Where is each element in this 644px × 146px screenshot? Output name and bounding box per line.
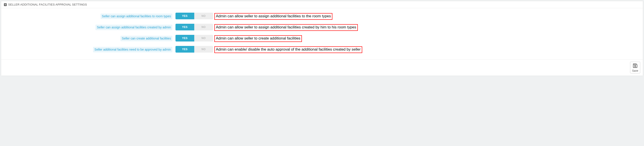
save-icon — [633, 63, 638, 69]
toggle-option-no: NO — [194, 13, 213, 19]
setting-label-col: Seller can assign additional facilities … — [3, 24, 176, 30]
setting-help-text: Admin can allow seller to create additio… — [214, 35, 302, 42]
toggle-option-no: NO — [194, 24, 213, 30]
toggle-option-yes: YES — [176, 13, 194, 19]
panel-body: Seller can assign additional facilities … — [1, 8, 643, 59]
toggle-assign-admin-created[interactable]: YES NO — [176, 24, 213, 30]
toggle-option-no: NO — [194, 46, 213, 53]
toggle-option-yes: YES — [176, 46, 194, 53]
settings-panel: SELLER ADDITIONAL FACILITIES APPROVAL SE… — [1, 1, 643, 76]
setting-row-need-approval: Seller additional facilities need to be … — [3, 46, 641, 53]
setting-help-text: Admin can allow seller to assign additio… — [214, 24, 358, 31]
setting-label-col: Seller additional facilities need to be … — [3, 46, 176, 52]
setting-row-create-facilities: Seller can create additional facilities … — [3, 35, 641, 42]
setting-help-text: Admin can allow seller to assign additio… — [214, 13, 332, 20]
toggle-assign-room-types[interactable]: YES NO — [176, 13, 213, 19]
save-button-label: Save — [632, 69, 638, 72]
setting-label[interactable]: Seller can create additional facilities — [120, 36, 172, 41]
plus-icon — [4, 3, 7, 6]
setting-label[interactable]: Seller can assign additional facilities … — [96, 25, 172, 30]
setting-row-assign-admin-created: Seller can assign additional facilities … — [3, 24, 641, 31]
toggle-option-no: NO — [194, 35, 213, 41]
toggle-option-yes: YES — [176, 24, 194, 30]
setting-help-text: Admin can enable/ disable the auto appro… — [214, 46, 362, 53]
setting-label[interactable]: Seller additional facilities need to be … — [93, 47, 172, 52]
save-button[interactable]: Save — [630, 62, 640, 74]
toggle-create-facilities[interactable]: YES NO — [176, 35, 213, 41]
setting-label-col: Seller can create additional facilities — [3, 35, 176, 41]
setting-label-col: Seller can assign additional facilities … — [3, 13, 176, 19]
panel-title: SELLER ADDITIONAL FACILITIES APPROVAL SE… — [8, 3, 87, 6]
setting-label[interactable]: Seller can assign additional facilities … — [100, 14, 172, 19]
setting-row-assign-room-types: Seller can assign additional facilities … — [3, 13, 641, 20]
panel-heading: SELLER ADDITIONAL FACILITIES APPROVAL SE… — [1, 1, 643, 8]
toggle-option-yes: YES — [176, 35, 194, 41]
panel-footer: Save — [1, 59, 643, 76]
toggle-need-approval[interactable]: YES NO — [176, 46, 213, 53]
